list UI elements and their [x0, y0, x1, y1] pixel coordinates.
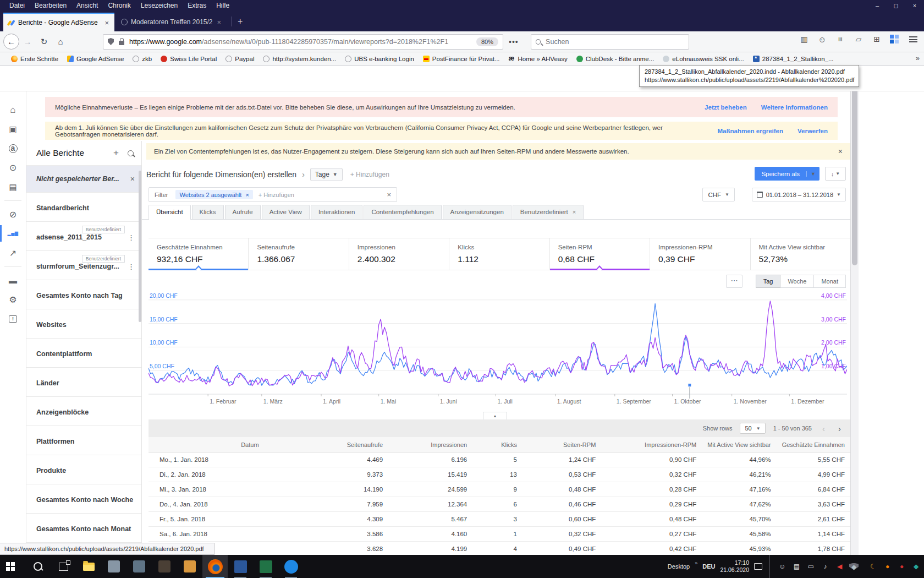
column-header[interactable]: Datum: [148, 437, 265, 452]
bookmark[interactable]: http://system.kunden...: [260, 54, 339, 63]
chart-comment-button[interactable]: ⋯: [726, 275, 743, 288]
close-icon[interactable]: ×: [130, 175, 135, 183]
take-action-link[interactable]: Maßnahmen ergreifen: [718, 128, 784, 134]
toolbar-icon[interactable]: [872, 34, 882, 44]
tab-close-icon[interactable]: ×: [103, 19, 110, 27]
new-tab-button[interactable]: +: [238, 17, 243, 26]
notification-center-icon[interactable]: [754, 563, 762, 570]
taskbar-app-icon[interactable]: [202, 555, 228, 578]
tray-icon[interactable]: [835, 563, 844, 570]
sidebar-report-item[interactable]: Benutzerdefiniert sturmforum_Seitenzugr.…: [26, 253, 141, 280]
filter-box[interactable]: Filter Websites 2 ausgewählt × + Hinzufü…: [148, 187, 397, 202]
menubar-item[interactable]: Lesezeichen: [136, 2, 183, 9]
bookmark[interactable]: Swiss Life Portal: [157, 54, 220, 63]
sidebar-report-item[interactable]: Länder × ⋮: [26, 370, 141, 397]
sidebar-report-item[interactable]: Gesamtes Konto nach Monat × ⋮: [26, 516, 141, 543]
rail-icon[interactable]: [0, 119, 26, 139]
currency-select[interactable]: CHF ▼: [702, 188, 735, 201]
search-reports-icon[interactable]: [128, 150, 134, 156]
date-range-select[interactable]: 01.01.2018 – 31.12.2018 ▼: [752, 188, 846, 201]
add-report-icon[interactable]: +: [113, 148, 119, 159]
forward-button[interactable]: →: [19, 34, 36, 50]
table-row[interactable]: Sa., 6. Jan. 2018 3.586 4.160 1 0,32 CHF…: [148, 527, 850, 542]
bookmark[interactable]: zkb: [129, 54, 155, 63]
granularity-button[interactable]: Tag: [756, 275, 781, 288]
taskbar-app-icon[interactable]: [25, 555, 51, 578]
toolbar-icon[interactable]: [835, 34, 845, 44]
chip-close-icon[interactable]: ×: [245, 192, 249, 198]
maximize-icon[interactable]: ◻: [887, 0, 905, 11]
show-desktop-button[interactable]: [769, 555, 773, 578]
menubar-item[interactable]: Hilfe: [211, 2, 234, 9]
bookmark[interactable]: Erste Schritte: [8, 54, 62, 63]
metric-card[interactable]: Seiten-RPM 0,68 CHF: [550, 238, 650, 270]
lock-icon[interactable]: [119, 41, 124, 45]
column-header[interactable]: Impressionen-RPM: [601, 437, 702, 452]
metric-card[interactable]: Impressionen 2.400.302: [349, 238, 449, 270]
sidebar-report-item[interactable]: Produkte × ⋮: [26, 457, 141, 484]
item-menu-icon[interactable]: ⋮: [128, 263, 135, 271]
taskbar-app-icon[interactable]: [152, 555, 177, 578]
metric-card[interactable]: Mit Active View sichtbar 52,73%: [751, 238, 850, 270]
bookmark[interactable]: PostFinance für Privat...: [420, 54, 503, 63]
metric-card[interactable]: Klicks 1.112: [449, 238, 549, 270]
sidebar-report-item[interactable]: Standardbericht × ⋮: [26, 195, 141, 222]
bookmark[interactable]: Paypal: [222, 54, 257, 63]
bookmark[interactable]: UBS e-banking Login: [342, 54, 417, 63]
granularity-button[interactable]: Monat: [813, 275, 846, 288]
taskbar-app-icon[interactable]: [0, 555, 25, 578]
tray-overflow-chevron[interactable]: »: [695, 560, 697, 566]
rail-icon[interactable]: [0, 177, 26, 197]
column-header[interactable]: Seiten-RPM: [522, 437, 601, 452]
metric-card[interactable]: Seitenaufrufe 1.366.067: [249, 238, 349, 270]
menubar-item[interactable]: Datei: [4, 2, 30, 9]
table-row[interactable]: 3.628 4.199 4 0,49 CHF 0,42 CHF 45,93% 1…: [148, 542, 850, 557]
rail-icon[interactable]: [0, 100, 26, 119]
table-row[interactable]: Fr., 5. Jan. 2018 4.309 5.467 3 0,60 CHF…: [148, 512, 850, 527]
tray-icon[interactable]: [897, 563, 906, 570]
taskbar-app-icon[interactable]: [101, 555, 127, 578]
metric-card[interactable]: Impressionen-RPM 0,39 CHF: [650, 238, 750, 270]
next-page-icon[interactable]: ›: [835, 424, 844, 433]
toolbar-icon[interactable]: [817, 34, 827, 44]
page-actions-icon[interactable]: •••: [509, 37, 519, 46]
taskbar-app-icon[interactable]: [253, 555, 278, 578]
dimension-select[interactable]: Tage ▼: [310, 168, 343, 181]
sidebar-report-item[interactable]: Benutzerdefiniert adsense_2011_2015 × ⋮: [26, 224, 141, 251]
report-tab[interactable]: Aufrufe ×: [225, 205, 261, 219]
rail-icon[interactable]: [4, 200, 21, 201]
search-box[interactable]: [531, 34, 689, 50]
taskbar-app-icon[interactable]: [177, 555, 202, 578]
close-icon[interactable]: ×: [905, 0, 924, 11]
rail-icon[interactable]: [0, 271, 26, 290]
rows-per-page-select[interactable]: 50 ▼: [740, 423, 765, 434]
taskbar-app-icon[interactable]: [278, 555, 304, 578]
rail-icon[interactable]: [0, 224, 26, 243]
sidebar-report-item[interactable]: Anzeigenblöcke × ⋮: [26, 399, 141, 426]
minimize-icon[interactable]: –: [868, 0, 887, 11]
hamburger-menu-icon[interactable]: [909, 36, 917, 42]
download-button[interactable]: ↓▼: [825, 167, 846, 181]
menubar-item[interactable]: Bearbeiten: [30, 2, 72, 9]
table-row[interactable]: Mi., 3. Jan. 2018 14.190 24.599 9 0,48 C…: [148, 482, 850, 497]
rail-icon[interactable]: [0, 158, 26, 177]
toolbar-icon[interactable]: [890, 35, 899, 43]
scrollbar-thumb[interactable]: [852, 73, 857, 265]
sidebar-report-item[interactable]: Plattformen × ⋮: [26, 428, 141, 455]
taskbar-app-icon[interactable]: [51, 555, 76, 578]
language-indicator[interactable]: DEU: [702, 563, 715, 570]
report-tab[interactable]: Klicks ×: [192, 205, 224, 219]
timeseries-chart[interactable]: 5,00 CHF1,00 CHF10,00 CHF2,00 CHF15,00 C…: [148, 291, 847, 408]
clock[interactable]: 17:10 21.06.2020: [720, 559, 749, 574]
tab-adsense[interactable]: Berichte - Google AdSense ×: [3, 13, 114, 31]
zoom-level-badge[interactable]: 80%: [476, 37, 498, 46]
taskbar-app-icon[interactable]: [76, 555, 101, 578]
report-tab[interactable]: Übersicht ×: [148, 205, 191, 220]
toolbar-icon[interactable]: [799, 34, 809, 44]
sidebar-report-item[interactable]: Contentplattform × ⋮: [26, 341, 141, 368]
sidebar-report-item[interactable]: Gesamtes Konto nach Tag × ⋮: [26, 282, 141, 309]
rail-icon[interactable]: [0, 290, 26, 309]
column-header[interactable]: Impressionen: [388, 437, 472, 452]
filter-clear-icon[interactable]: ×: [387, 190, 391, 199]
sidebar-scrollbar[interactable]: [139, 171, 141, 322]
